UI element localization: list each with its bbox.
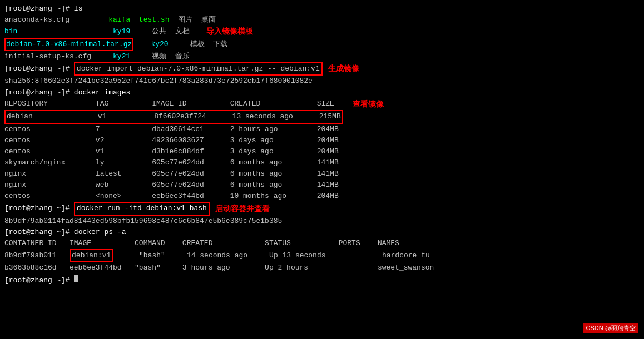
docker-ps-cmd-line: [root@zhang ~]# docker ps -a [4,227,640,238]
prompt-import: [root@zhang ~]# [4,63,74,74]
watermark: CSDN @羽翔青空 [583,323,638,333]
sha256-output: sha256:8f6602e3f7241bc32a952ef741c67bc2f… [4,76,640,87]
annotation-import: 导入镜像模板 [206,26,253,38]
ls-col-kaifa: kaifa [108,14,139,26]
ls-col-anaconda: anaconda-ks.cfg [4,14,108,26]
docker-run-line: [root@zhang ~]# docker run -itd debian:v… [4,202,640,215]
ls-col-testsh: test.sh [139,14,178,26]
final-prompt-line[interactable]: [root@zhang ~]# [4,273,640,286]
ls-col-template: 模板 下载 [181,39,227,50]
ls-col-ky20: ky20 [151,39,181,50]
ls-col-initial: initial-setup-ks.cfg [4,51,113,62]
ls-col-ky21: ky21 [113,51,143,62]
images-row-nginx-web: nginx web 605c77e624dd 6 months ago 141M… [4,180,640,191]
images-header-line: REPOSITORY TAG IMAGE ID CREATED SIZE 查看镜… [4,98,640,111]
images-header: REPOSITORY TAG IMAGE ID CREATED SIZE [4,98,347,109]
ps-header-line: CONTAINER ID IMAGE COMMAND CREATED STATU… [4,238,640,249]
line-ls-cmd: [root@zhang ~]# ls [4,3,640,14]
sha256-text: sha256:8f6602e3f7241bc32a952ef741c67bc2f… [4,76,313,87]
ls-col-ky19: ky19 [113,26,143,37]
images-row-nginx-latest: nginx latest 605c77e624dd 6 months ago 1… [4,168,640,180]
ls-output-4: initial-setup-ks.cfg ky21 视频 音乐 [4,51,640,62]
images-row-centos-v2: centos v2 492366083627 3 days ago 204MB [4,135,640,146]
annotation-view: 查看镜像 [353,98,384,111]
ls-col-video: 视频 音乐 [143,51,190,62]
prompt-images: [root@zhang ~]# [4,87,74,98]
annotation-run: 启动容器并查看 [215,203,270,215]
ls-col-pic: 图片 [178,14,201,26]
docker-import-line: [root@zhang ~]# docker import debian-7.0… [4,62,640,76]
prompt: [root@zhang ~]# [4,3,74,14]
images-row-centos-none: centos <none> eeb6ee3f44bd 10 months ago… [4,191,640,202]
ls-col-public: 公共 文档 [143,26,190,37]
ps-image-box: debian:v1 [70,249,113,262]
ps-row-centos: b3663b88c16d eeb6ee3f44bd "bash" 3 hours… [4,262,640,273]
ls-command: ls [74,3,83,14]
terminal: [root@zhang ~]# ls anaconda-ks.cfg kaifa… [0,0,644,339]
docker-import-cmd: docker import debian-7.0-x86-minimal.tar… [74,62,323,76]
docker-images-cmd: docker images [74,87,130,98]
ls-col-desktop: 桌面 [201,14,216,26]
images-row-skymarch: skymarch/nginx ly 605c77e624dd 6 months … [4,157,640,168]
prompt-ps: [root@zhang ~]# [4,227,74,238]
images-row-debian: debian v1 8f6602e3f724 13 seconds ago 21… [4,110,640,123]
annotation-generate: 生成镜像 [328,63,359,75]
debian-file-highlight: debian-7.0-x86-minimal.tar.gz [4,38,133,51]
ls-output-1: anaconda-ks.cfg kaifa test.sh 图片 桌面 [4,14,640,26]
prompt-run: [root@zhang ~]# [4,203,74,214]
ps-row-debian: 8b9df79ab011 debian:v1 "bash" 14 seconds… [4,249,640,262]
container-id-output: 8b9df79ab0114fad81443ed598bfb159698c487c… [4,216,640,227]
ls-col-bin: bin [4,26,113,37]
ls-output-2: bin ky19 公共 文档 [4,26,190,37]
images-row-centos-v1: centos v1 d3b1e6c884df 3 days ago 204MB [4,146,640,157]
docker-run-cmd: docker run -itd debian:v1 bash [74,202,210,215]
ls-spacer1 [133,39,151,50]
cursor [74,275,78,282]
ls-output-3: debian-7.0-x86-minimal.tar.gz ky20 模板 下载 [4,38,640,51]
docker-images-cmd-line: [root@zhang ~]# docker images [4,87,640,98]
docker-ps-cmd: docker ps -a [74,227,126,238]
final-prompt: [root@zhang ~]# [4,275,74,286]
debian-row-box: debian v1 8f6602e3f724 13 seconds ago 21… [4,110,343,123]
images-row-centos7: centos 7 dbad30614cc1 2 hours ago 204MB [4,124,640,135]
